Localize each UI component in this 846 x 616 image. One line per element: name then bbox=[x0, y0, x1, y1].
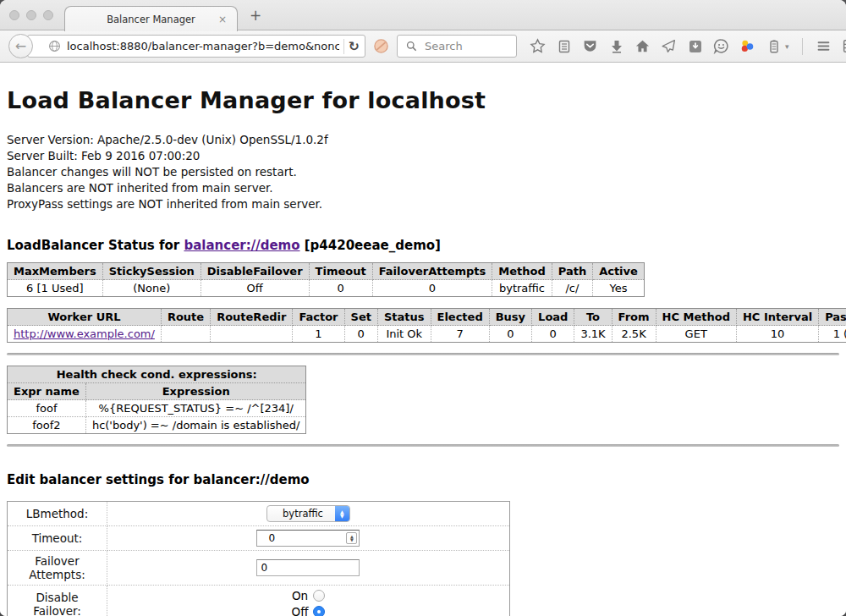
content-block-icon[interactable] bbox=[373, 38, 389, 54]
toolbar-icons: ▾ bbox=[530, 38, 846, 55]
val-routeredir bbox=[211, 326, 293, 343]
col-set: Set bbox=[344, 309, 377, 326]
back-arrow-icon: ← bbox=[15, 38, 26, 54]
chat-icon[interactable] bbox=[713, 38, 729, 54]
col-routeredir: RouteRedir bbox=[211, 309, 293, 326]
tab-balancer-manager[interactable]: Balancer Manager × bbox=[64, 6, 238, 31]
val-timeout: 0 bbox=[309, 280, 372, 297]
timeout-label: Timeout: bbox=[8, 526, 107, 551]
send-tab-icon[interactable] bbox=[661, 38, 677, 54]
tab-bar: Balancer Manager × + bbox=[0, 0, 846, 30]
color-dots-icon[interactable] bbox=[739, 38, 755, 54]
timeout-input[interactable] bbox=[266, 531, 350, 546]
back-button[interactable]: ← bbox=[8, 34, 33, 58]
val-stickysession: (None) bbox=[102, 280, 201, 297]
status-heading-suffix: [p4420eeae_demo] bbox=[300, 238, 441, 253]
val-hc-method: GET bbox=[656, 326, 736, 343]
val-hc-interval: 10 bbox=[736, 326, 818, 343]
health-row-foof: foof %{REQUEST_STATUS} =~ /^[234]/ bbox=[8, 400, 306, 417]
disable-failover-off-radio[interactable] bbox=[313, 606, 325, 616]
home-icon[interactable] bbox=[634, 38, 651, 54]
toolbar-separator bbox=[802, 38, 803, 55]
timeout-row: Timeout: ▲▼ bbox=[8, 526, 510, 551]
radio-on-label: On bbox=[292, 589, 308, 602]
reading-list-icon[interactable] bbox=[556, 38, 572, 54]
col-expr-name: Expr name bbox=[8, 383, 86, 400]
val-busy: 0 bbox=[489, 326, 531, 343]
health-table-title: Health check cond. expressions: bbox=[8, 366, 306, 383]
worker-table: Worker URL Route RouteRedir Factor Set S… bbox=[7, 308, 846, 343]
dropdown-caret-icon[interactable]: ▾ bbox=[785, 42, 789, 51]
new-tab-button[interactable]: + bbox=[250, 7, 261, 24]
downloads-icon[interactable] bbox=[608, 38, 624, 54]
col-method: Method bbox=[492, 263, 552, 280]
lbmethod-selected-value: bytraffic bbox=[267, 508, 335, 520]
url-bar[interactable]: localhost:8880/balancer-manager?b=demo&n… bbox=[27, 35, 365, 58]
disable-failover-label: Disable Failover: bbox=[8, 586, 107, 616]
val-set: 0 bbox=[344, 326, 377, 343]
status-heading-prefix: LoadBalancer Status for bbox=[7, 238, 184, 253]
balancer-data-row: 6 [1 Used] (None) Off 0 0 bytraffic /c/ … bbox=[8, 280, 645, 297]
disable-failover-on-radio[interactable] bbox=[313, 590, 325, 602]
col-hc-method: HC Method bbox=[656, 309, 736, 326]
save-page-icon[interactable] bbox=[687, 38, 703, 54]
grid-addon-icon[interactable] bbox=[842, 38, 846, 54]
val-method: bytraffic bbox=[492, 280, 552, 297]
pocket-icon[interactable] bbox=[582, 38, 598, 54]
page-content: Load Balancer Manager for localhost Serv… bbox=[0, 87, 846, 616]
health-header-row: Expr name Expression bbox=[8, 383, 306, 400]
url-divider bbox=[343, 39, 344, 54]
failover-attempts-row: Failover Attempts: bbox=[8, 551, 510, 586]
reload-icon[interactable]: ↻ bbox=[349, 39, 360, 54]
zoom-window-button[interactable] bbox=[43, 10, 53, 20]
val-from: 2.5K bbox=[612, 326, 656, 343]
page-title: Load Balancer Manager for localhost bbox=[7, 87, 839, 113]
val-passes: 1 (0) bbox=[819, 326, 846, 343]
worker-url-link[interactable]: http://www.example.com/ bbox=[14, 327, 155, 340]
balancer-demo-link[interactable]: balancer://demo bbox=[184, 238, 299, 253]
col-from: From bbox=[612, 309, 656, 326]
col-stickysession: StickySession bbox=[102, 263, 201, 280]
col-expression: Expression bbox=[85, 383, 306, 400]
val-maxmembers: 6 [1 Used] bbox=[8, 280, 103, 297]
lbmethod-select[interactable]: bytraffic ▲▼ bbox=[266, 505, 350, 522]
col-busy: Busy bbox=[489, 309, 531, 326]
select-stepper-icon: ▲▼ bbox=[335, 505, 349, 522]
persist-warning-line: Balancer changes will NOT be persisted o… bbox=[7, 164, 839, 180]
tab-title: Balancer Manager bbox=[107, 14, 195, 25]
inherit-warning-line: Balancers are NOT inherited from main se… bbox=[7, 180, 839, 196]
col-worker-url: Worker URL bbox=[8, 309, 162, 326]
val-to: 3.1K bbox=[574, 326, 612, 343]
number-stepper-icon[interactable]: ▲▼ bbox=[346, 532, 357, 544]
menu-icon[interactable] bbox=[816, 38, 832, 54]
bookmark-star-icon[interactable] bbox=[530, 38, 546, 54]
val-factor: 1 bbox=[293, 326, 344, 343]
lbmethod-label: LBmethod: bbox=[8, 502, 107, 526]
failover-attempts-input[interactable] bbox=[256, 559, 360, 576]
tab-close-icon[interactable]: × bbox=[218, 14, 227, 25]
expr-value-foof2: hc('body') =~ /domain is established/ bbox=[85, 417, 306, 434]
expr-name-foof2: foof2 bbox=[8, 417, 86, 434]
edit-balancer-heading: Edit balancer settings for balancer://de… bbox=[7, 472, 839, 487]
val-status: Init Ok bbox=[377, 326, 431, 343]
divider bbox=[7, 444, 839, 447]
val-elected: 7 bbox=[431, 326, 489, 343]
val-route bbox=[161, 326, 210, 343]
navigation-toolbar: ← localhost:8880/balancer-manager?b=demo… bbox=[0, 30, 846, 63]
divider bbox=[7, 353, 839, 355]
val-active: Yes bbox=[593, 280, 645, 297]
minimize-window-button[interactable] bbox=[26, 10, 36, 20]
col-disablefailover: DisableFailover bbox=[201, 263, 309, 280]
worker-header-row: Worker URL Route RouteRedir Factor Set S… bbox=[8, 309, 846, 326]
col-path: Path bbox=[552, 263, 592, 280]
battery-icon[interactable] bbox=[766, 38, 782, 54]
col-failoverattempts: FailoverAttempts bbox=[372, 263, 492, 280]
search-bar[interactable]: Search bbox=[397, 35, 517, 58]
health-title-row: Health check cond. expressions: bbox=[8, 366, 306, 383]
health-row-foof2: foof2 hc('body') =~ /domain is establish… bbox=[8, 417, 306, 434]
server-built-line: Server Built: Feb 9 2016 07:00:20 bbox=[7, 148, 839, 164]
balancer-header-row: MaxMembers StickySession DisableFailover… bbox=[8, 263, 645, 280]
failover-attempts-label: Failover Attempts: bbox=[8, 551, 107, 586]
close-window-button[interactable] bbox=[9, 10, 19, 20]
url-text[interactable]: localhost:8880/balancer-manager?b=demo&n… bbox=[67, 40, 339, 52]
